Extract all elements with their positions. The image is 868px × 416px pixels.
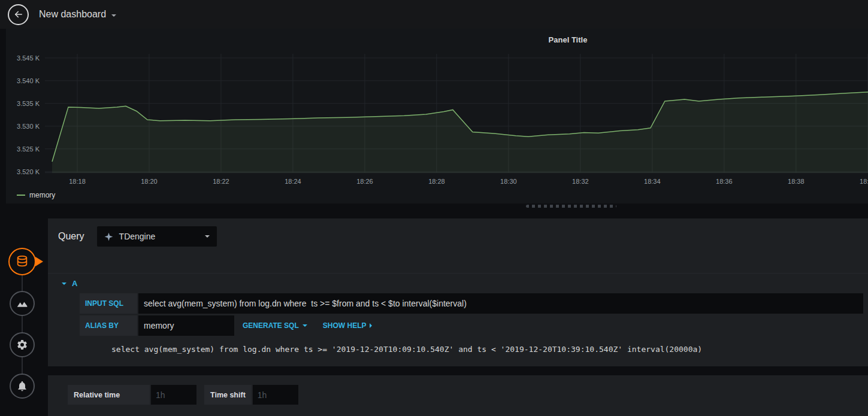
tdengine-logo-icon (104, 232, 113, 241)
input-sql-field[interactable] (138, 293, 863, 314)
relative-time-input[interactable] (151, 385, 196, 405)
dashboard-title-menu[interactable]: New dashboard (39, 9, 116, 20)
generated-sql-text: select avg(mem_system) from log.dn where… (111, 345, 858, 354)
x-tick-label: 18:22 (204, 178, 238, 185)
tab-general[interactable] (10, 332, 35, 357)
datasource-picker[interactable]: TDengine (97, 226, 217, 247)
back-button[interactable] (8, 4, 29, 25)
generate-sql-label: GENERATE SQL (243, 321, 299, 330)
x-tick-label: 18:34 (636, 178, 669, 185)
tab-visualization[interactable] (10, 291, 35, 316)
query-section-title: Query (58, 231, 84, 242)
alias-by-field[interactable] (138, 315, 234, 336)
query-ref-header[interactable]: A (48, 274, 868, 293)
query-header: Query TDengine (48, 226, 868, 247)
x-tick-label: 18:26 (348, 178, 382, 185)
y-tick-label: 3.530 K (6, 123, 40, 130)
tab-alert[interactable] (10, 374, 35, 399)
gear-icon (16, 339, 28, 351)
chart-icon (16, 297, 28, 309)
show-help-label: SHOW HELP (323, 321, 367, 330)
relative-time-label: Relative time (68, 385, 150, 405)
x-tick-label: 18:28 (420, 178, 453, 185)
x-tick-label: 18:38 (779, 178, 813, 185)
x-tick-label: 18:24 (276, 178, 310, 185)
panel-title[interactable]: Panel Title (6, 35, 868, 44)
chevron-down-icon (303, 324, 307, 327)
tab-queries[interactable] (8, 248, 36, 275)
show-help-button[interactable]: SHOW HELP (316, 315, 380, 336)
x-tick-label: 18:18 (61, 178, 94, 185)
input-sql-row: INPUT SQL (80, 293, 863, 314)
input-sql-label: INPUT SQL (80, 293, 137, 314)
legend-label: memory (29, 191, 55, 199)
relative-time-group: Relative time (68, 385, 196, 405)
generate-sql-button[interactable]: GENERATE SQL (235, 315, 314, 336)
chevron-down-icon (111, 14, 116, 17)
x-tick-label: 18:20 (132, 178, 166, 185)
chevron-down-icon (205, 235, 210, 238)
top-navbar: New dashboard (0, 0, 868, 29)
collapse-caret-icon (62, 283, 66, 285)
query-editor-section: Query TDengine A INPUT SQL ALIAS BY GENE… (48, 218, 868, 366)
series-area (52, 92, 868, 173)
bell-icon (16, 380, 28, 392)
y-tick-label: 3.520 K (6, 168, 40, 175)
dashboard-title: New dashboard (39, 9, 106, 20)
legend-color-swatch (17, 195, 25, 196)
alias-by-label: ALIAS BY (80, 315, 137, 336)
time-shift-group: Time shift (204, 385, 298, 405)
x-tick-label: 18:32 (564, 178, 597, 185)
graph-panel: Panel Title 3.545 K3.540 K3.535 K3.530 K… (6, 29, 868, 204)
y-tick-label: 3.525 K (6, 145, 40, 153)
x-tick-label: 18:30 (492, 178, 525, 185)
query-ref-section: A INPUT SQL ALIAS BY GENERATE SQL SHOW H… (48, 273, 868, 354)
query-ref-id: A (72, 279, 77, 288)
panel-scroll-handle[interactable] (526, 205, 616, 208)
sidebar-connector-line (22, 262, 23, 386)
time-options-section: Relative time Time shift (48, 375, 868, 416)
active-tab-arrow-icon (35, 257, 43, 266)
y-tick-label: 3.540 K (6, 77, 40, 84)
y-tick-label: 3.545 K (6, 54, 40, 62)
chart-plot-area (45, 54, 868, 173)
chevron-right-icon (370, 323, 372, 328)
time-shift-label: Time shift (204, 385, 252, 405)
datasource-name: TDengine (119, 232, 199, 241)
time-shift-input[interactable] (253, 385, 298, 405)
chart-plot-svg (45, 54, 868, 173)
query-rows: INPUT SQL ALIAS BY GENERATE SQL SHOW HEL… (48, 293, 868, 354)
y-tick-label: 3.535 K (6, 100, 40, 107)
x-tick-label: 18:36 (707, 178, 741, 185)
arrow-left-icon (13, 9, 24, 20)
legend-item-memory[interactable]: memory (17, 191, 55, 199)
database-icon (16, 255, 29, 268)
alias-by-row: ALIAS BY GENERATE SQL SHOW HELP (80, 315, 863, 336)
x-tick-label: 18:40 (851, 178, 868, 185)
